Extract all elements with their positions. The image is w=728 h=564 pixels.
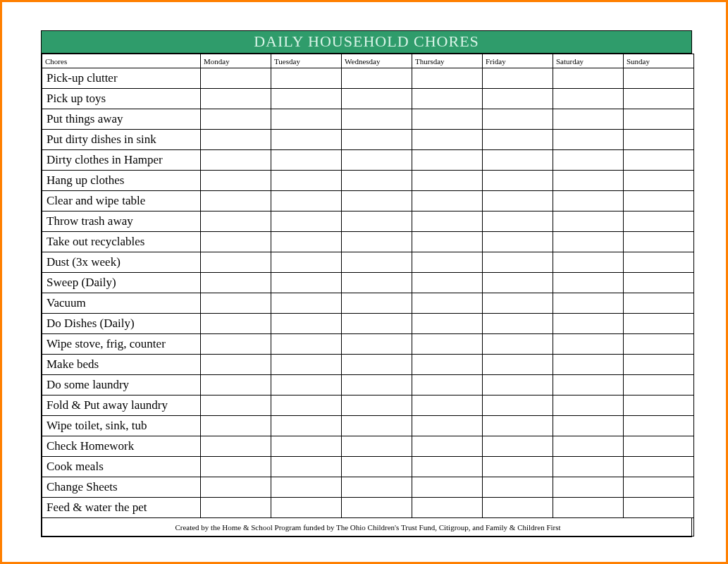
table-row: Wipe stove, frig, counter (42, 334, 694, 355)
footer-row: Created by the Home & School Program fun… (42, 518, 694, 537)
chore-label: Pick up toys (42, 89, 201, 109)
table-row: Cook meals (42, 457, 694, 477)
chore-day-cell (342, 416, 412, 436)
chore-day-cell (342, 396, 412, 416)
chore-label: Clear and wipe table (42, 191, 201, 212)
chore-day-cell (412, 396, 483, 416)
table-row: Change Sheets (42, 477, 694, 498)
col-header-thursday: Thursday (412, 54, 483, 68)
chore-label: Wipe stove, frig, counter (42, 334, 201, 355)
table-row: Take out recyclables (42, 232, 694, 252)
table-row: Sweep (Daily) (42, 273, 694, 293)
chore-day-cell (412, 375, 483, 396)
chore-day-cell (624, 171, 694, 191)
chore-day-cell (201, 436, 271, 457)
chore-day-cell (342, 375, 412, 396)
sheet-title: DAILY HOUSEHOLD CHORES (42, 31, 691, 54)
table-row: Vacuum (42, 293, 694, 314)
chore-day-cell (271, 191, 342, 212)
chore-day-cell (483, 293, 553, 314)
chore-day-cell (412, 130, 483, 150)
chore-day-cell (412, 457, 483, 477)
chore-label: Hang up clothes (42, 171, 201, 191)
table-row: Dirty clothes in Hamper (42, 150, 694, 171)
chore-day-cell (201, 273, 271, 293)
chore-day-cell (553, 150, 624, 171)
table-row: Do some laundry (42, 375, 694, 396)
chore-day-cell (271, 477, 342, 498)
chore-day-cell (412, 68, 483, 89)
chore-day-cell (201, 150, 271, 171)
chore-day-cell (412, 212, 483, 232)
chore-day-cell (342, 355, 412, 375)
chore-day-cell (624, 130, 694, 150)
chore-day-cell (412, 477, 483, 498)
col-header-tuesday: Tuesday (271, 54, 342, 68)
chore-day-cell (483, 355, 553, 375)
chore-day-cell (624, 375, 694, 396)
chore-label: Fold & Put away laundry (42, 396, 201, 416)
chore-day-cell (201, 457, 271, 477)
chore-day-cell (553, 130, 624, 150)
chore-day-cell (271, 109, 342, 130)
chore-day-cell (271, 232, 342, 252)
chore-day-cell (553, 457, 624, 477)
chore-day-cell (271, 457, 342, 477)
chore-label: Dust (3x week) (42, 252, 201, 273)
chore-day-cell (483, 252, 553, 273)
chore-day-cell (553, 436, 624, 457)
chore-day-cell (553, 477, 624, 498)
chore-day-cell (412, 416, 483, 436)
chore-label: Pick-up clutter (42, 68, 201, 89)
chore-day-cell (412, 334, 483, 355)
chore-day-cell (624, 416, 694, 436)
chore-day-cell (201, 232, 271, 252)
chore-day-cell (271, 273, 342, 293)
chore-label: Feed & water the pet (42, 498, 201, 518)
chore-day-cell (412, 293, 483, 314)
chore-day-cell (624, 232, 694, 252)
chore-label: Change Sheets (42, 477, 201, 498)
chore-day-cell (624, 457, 694, 477)
table-row: Pick up toys (42, 89, 694, 109)
chore-day-cell (412, 150, 483, 171)
chore-day-cell (342, 68, 412, 89)
chore-day-cell (553, 212, 624, 232)
chore-day-cell (553, 232, 624, 252)
chore-day-cell (201, 252, 271, 273)
chore-day-cell (624, 191, 694, 212)
chore-day-cell (342, 212, 412, 232)
chores-table: Chores Monday Tuesday Wednesday Thursday… (42, 54, 694, 537)
chore-day-cell (412, 109, 483, 130)
chore-day-cell (483, 232, 553, 252)
chore-day-cell (553, 171, 624, 191)
chore-day-cell (483, 416, 553, 436)
chore-day-cell (271, 375, 342, 396)
chore-day-cell (342, 232, 412, 252)
chore-day-cell (412, 498, 483, 518)
chore-day-cell (271, 355, 342, 375)
chore-day-cell (553, 109, 624, 130)
chore-day-cell (553, 314, 624, 334)
chore-day-cell (553, 396, 624, 416)
chore-day-cell (553, 355, 624, 375)
chore-label: Take out recyclables (42, 232, 201, 252)
chore-label: Put things away (42, 109, 201, 130)
chore-day-cell (342, 477, 412, 498)
chore-day-cell (271, 150, 342, 171)
chore-day-cell (342, 436, 412, 457)
chore-day-cell (201, 498, 271, 518)
chore-day-cell (271, 89, 342, 109)
chore-day-cell (201, 416, 271, 436)
chore-label: Throw trash away (42, 212, 201, 232)
chore-day-cell (624, 355, 694, 375)
chore-day-cell (342, 334, 412, 355)
chore-day-cell (624, 436, 694, 457)
chore-day-cell (483, 89, 553, 109)
table-row: Dust (3x week) (42, 252, 694, 273)
chore-day-cell (271, 212, 342, 232)
chore-label: Vacuum (42, 293, 201, 314)
chore-label: Wipe toilet, sink, tub (42, 416, 201, 436)
chore-day-cell (271, 314, 342, 334)
chore-day-cell (271, 436, 342, 457)
